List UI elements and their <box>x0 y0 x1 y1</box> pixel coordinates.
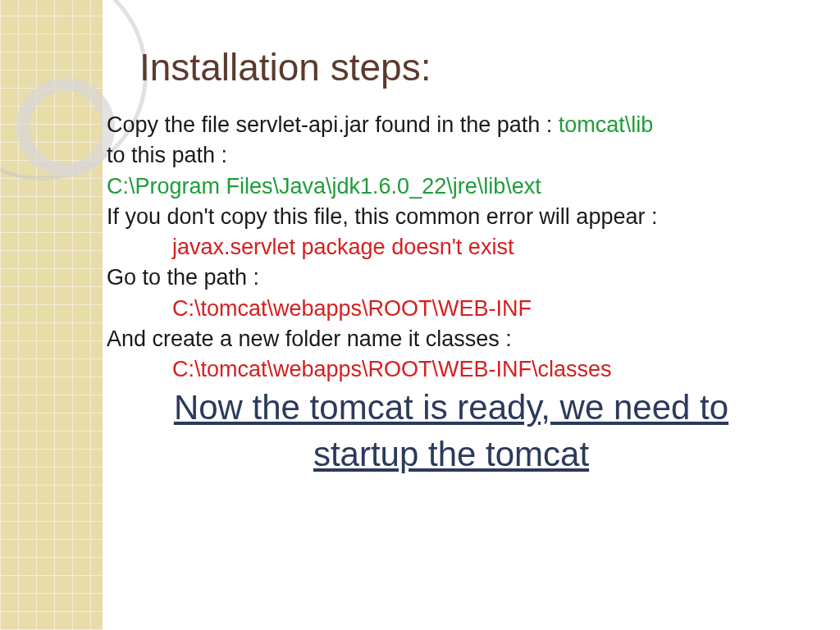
text-line: to this path : <box>107 140 796 171</box>
slide-body: Copy the file servlet-api.jar found in t… <box>107 110 796 478</box>
error-line: javax.servlet package doesn't exist <box>107 232 796 262</box>
decorative-ring-small <box>16 78 115 176</box>
final-statement: Now the tomcat is ready, we need to star… <box>107 385 796 477</box>
path-line: C:\tomcat\webapps\ROOT\WEB-INF\classes <box>107 354 796 385</box>
text-segment: Copy the file servlet-api.jar found in t… <box>107 112 559 137</box>
text-line: If you don't copy this file, this common… <box>107 202 796 232</box>
text-line: Copy the file servlet-api.jar found in t… <box>107 110 796 140</box>
path-segment: tomcat\lib <box>559 112 654 137</box>
slide-content: Installation steps: Copy the file servle… <box>107 0 820 478</box>
slide-title: Installation steps: <box>139 45 796 89</box>
path-line: C:\tomcat\webapps\ROOT\WEB-INF <box>107 294 796 324</box>
path-line: C:\Program Files\Java\jdk1.6.0_22\jre\li… <box>107 171 796 202</box>
text-line: Go to the path : <box>107 262 796 293</box>
text-line: And create a new folder name it classes … <box>107 324 796 354</box>
